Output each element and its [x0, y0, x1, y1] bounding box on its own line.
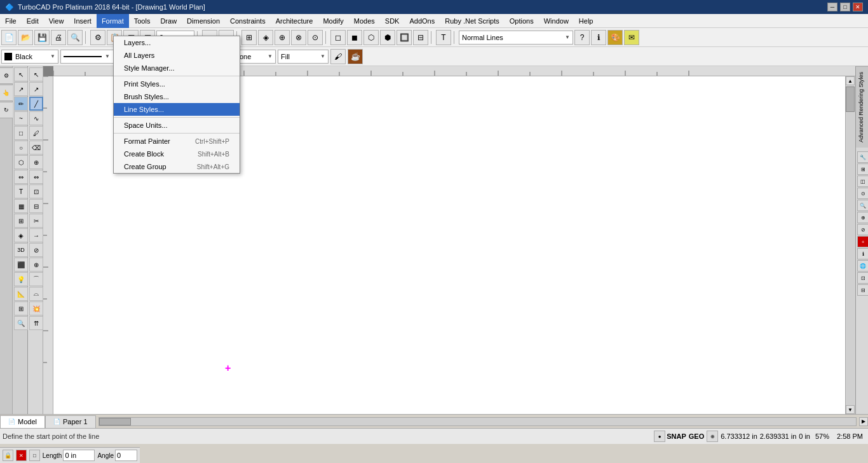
menu-edit[interactable]: Edit	[22, 14, 44, 28]
break-tool[interactable]: ⊘	[29, 243, 43, 257]
text-tool[interactable]: T	[14, 184, 28, 198]
view1-btn[interactable]: ◻	[330, 30, 346, 45]
dd-format-painter[interactable]: Format Painter Ctrl+Shift+P	[114, 135, 240, 148]
save-button[interactable]: 💾	[34, 30, 50, 45]
chamfer-tool[interactable]: ⌓	[29, 287, 43, 301]
circle-tool[interactable]: ○	[14, 141, 28, 155]
minimize-button[interactable]: ─	[827, 3, 837, 11]
r-btn-9[interactable]: 🌐	[857, 260, 868, 272]
menu-file[interactable]: File	[0, 14, 22, 28]
curve-tool[interactable]: ~	[14, 111, 28, 125]
length-input[interactable]	[63, 450, 95, 461]
vscroll-up[interactable]: ▲	[846, 76, 855, 85]
align-tool[interactable]: ⇈	[29, 316, 43, 330]
r-btn-2[interactable]: ⊞	[857, 163, 868, 175]
snap-tool[interactable]: ⊕	[29, 155, 43, 169]
angle-input[interactable]	[115, 450, 137, 461]
menu-sdk[interactable]: SDK	[380, 14, 405, 28]
new-button[interactable]: 📄	[1, 30, 17, 45]
offset-tool[interactable]: ⊟	[29, 199, 43, 213]
menu-format[interactable]: Format	[97, 14, 129, 28]
dd-style-manager[interactable]: Style Manager...	[114, 62, 240, 74]
menu-modify[interactable]: Modify	[318, 14, 348, 28]
lock-icon[interactable]: 🔒	[3, 450, 13, 461]
view4-btn[interactable]: ⬢	[380, 30, 395, 45]
r-btn-11[interactable]: ⊟	[857, 284, 868, 296]
dd-all-layers[interactable]: All Layers	[114, 49, 240, 62]
select2-tool[interactable]: ↖	[29, 67, 43, 81]
restore-button[interactable]: □	[840, 3, 850, 11]
color-combo[interactable]: Black ▼	[1, 50, 58, 64]
view5-btn[interactable]: 🔲	[397, 30, 412, 45]
arrow2-tool[interactable]: ↗	[29, 82, 43, 96]
h-scrollbar[interactable]	[98, 417, 857, 426]
arrow-tool[interactable]: ↗	[14, 82, 28, 96]
render-tool[interactable]: 💡	[14, 272, 28, 286]
node-tool[interactable]: ◈	[14, 228, 28, 242]
vscroll-down[interactable]: ▼	[846, 405, 855, 414]
solid-tool[interactable]: ⬛	[14, 258, 28, 272]
menu-tools[interactable]: Tools	[129, 14, 156, 28]
snap3-btn[interactable]: ⊕	[275, 30, 290, 45]
settings-button[interactable]: ⚙	[90, 30, 105, 45]
rect-tool[interactable]: □	[14, 126, 28, 140]
r-btn-10[interactable]: ⊡	[857, 272, 868, 284]
mail-btn[interactable]: ✉	[624, 30, 639, 45]
curve2-tool[interactable]: ∿	[29, 111, 43, 125]
r-btn-7[interactable]: ⊘	[857, 224, 868, 235]
3d-tool[interactable]: 3D	[14, 243, 28, 257]
grid-tool[interactable]: ⊞	[14, 301, 28, 315]
menu-modes[interactable]: Modes	[349, 14, 380, 28]
menu-architecture[interactable]: Architecture	[271, 14, 318, 28]
r-btn-6[interactable]: ⊕	[857, 212, 868, 223]
info-btn[interactable]: ℹ	[591, 30, 606, 45]
snap1-btn[interactable]: ⊞	[241, 30, 257, 45]
open-button[interactable]: 📂	[18, 30, 33, 45]
tab-paper1[interactable]: 📄 Paper 1	[45, 415, 96, 428]
snap4-btn[interactable]: ⊗	[291, 30, 306, 45]
normal-lines-combo[interactable]: Normal Lines ▼	[459, 31, 573, 45]
block-tool[interactable]: ⊞	[14, 214, 28, 228]
view2-btn[interactable]: ◼	[347, 30, 362, 45]
menu-view[interactable]: View	[44, 14, 69, 28]
menu-insert[interactable]: Insert	[69, 14, 97, 28]
coffee-btn[interactable]: ☕	[348, 49, 363, 64]
close-icon[interactable]: ✕	[16, 450, 27, 461]
trim-tool[interactable]: ✂	[29, 214, 43, 228]
palette-btn[interactable]: 🎨	[607, 30, 623, 45]
menu-options[interactable]: Options	[505, 14, 539, 28]
menu-draw[interactable]: Draw	[155, 14, 182, 28]
join-tool[interactable]: ⊕	[29, 258, 43, 272]
dd-print-styles[interactable]: Print Styles...	[114, 78, 240, 90]
menu-ruby[interactable]: Ruby .Net Scripts	[440, 14, 505, 28]
adv-rendering-tab[interactable]: Advanced Rendering Styles	[856, 66, 868, 148]
print-preview-button[interactable]: 🔍	[67, 30, 83, 45]
text-btn[interactable]: T	[436, 30, 451, 45]
mirror-tool[interactable]: ⇔	[29, 170, 43, 184]
dd-create-group[interactable]: Create Group Shift+Alt+G	[114, 160, 240, 173]
hscroll-thumb[interactable]	[99, 418, 131, 425]
hatch-tool[interactable]: ▦	[14, 199, 28, 213]
dd-layers[interactable]: Layers...	[114, 36, 240, 49]
help-btn[interactable]: ?	[574, 30, 590, 45]
snap5-btn[interactable]: ⊙	[308, 30, 323, 45]
explode-tool[interactable]: 💥	[29, 301, 43, 315]
dd-brush-styles[interactable]: Brush Styles...	[114, 90, 240, 103]
line-tool[interactable]: ╱	[29, 97, 43, 111]
vscroll-thumb[interactable]	[846, 86, 855, 112]
zoom-tool[interactable]: 🔍	[14, 316, 28, 330]
fillet-tool[interactable]: ⌒	[29, 272, 43, 286]
menu-dimension[interactable]: Dimension	[182, 14, 225, 28]
freehand-tool[interactable]: 🖊	[29, 126, 43, 140]
select-tool[interactable]: ↖	[14, 67, 28, 81]
poly-tool[interactable]: ⬡	[14, 155, 28, 169]
dd-create-block[interactable]: Create Block Shift+Alt+B	[114, 148, 240, 160]
r-btn-1[interactable]: 🔧	[857, 151, 868, 163]
r-btn-add[interactable]: +	[857, 236, 868, 247]
snap2-btn[interactable]: ◈	[258, 30, 273, 45]
dd-line-styles[interactable]: Line Styles...	[114, 103, 240, 116]
paint-btn[interactable]: 🖌	[330, 49, 346, 64]
copy-tool[interactable]: ⊡	[29, 184, 43, 198]
hscroll-right[interactable]: ▶	[859, 417, 868, 426]
erase-tool[interactable]: ⌫	[29, 141, 43, 155]
